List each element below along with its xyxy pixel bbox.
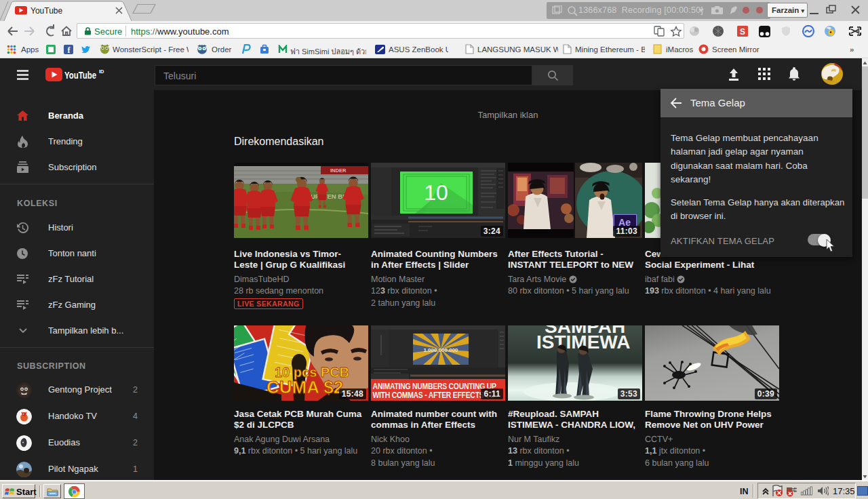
svg-text:WITH COMMAS - AFTER EFFECTS TU: WITH COMMAS - AFTER EFFECTS TU	[372, 390, 494, 399]
svg-text:INDER: INDER	[330, 167, 347, 174]
svg-text:S: S	[740, 27, 745, 37]
svg-text:CUMA $2: CUMA $2	[267, 377, 343, 397]
svg-text:ANIMATING NUMBERS COUNTING UP: ANIMATING NUMBERS COUNTING UP	[372, 381, 496, 391]
svg-text:10: 10	[424, 180, 448, 205]
svg-text:YouTube: YouTube	[64, 69, 96, 81]
svg-text:1.000.000.000: 1.000.000.000	[423, 347, 458, 353]
svg-text:UPATEN BБ: UPATEN BБ	[311, 193, 347, 200]
svg-text:ID: ID	[99, 68, 104, 75]
